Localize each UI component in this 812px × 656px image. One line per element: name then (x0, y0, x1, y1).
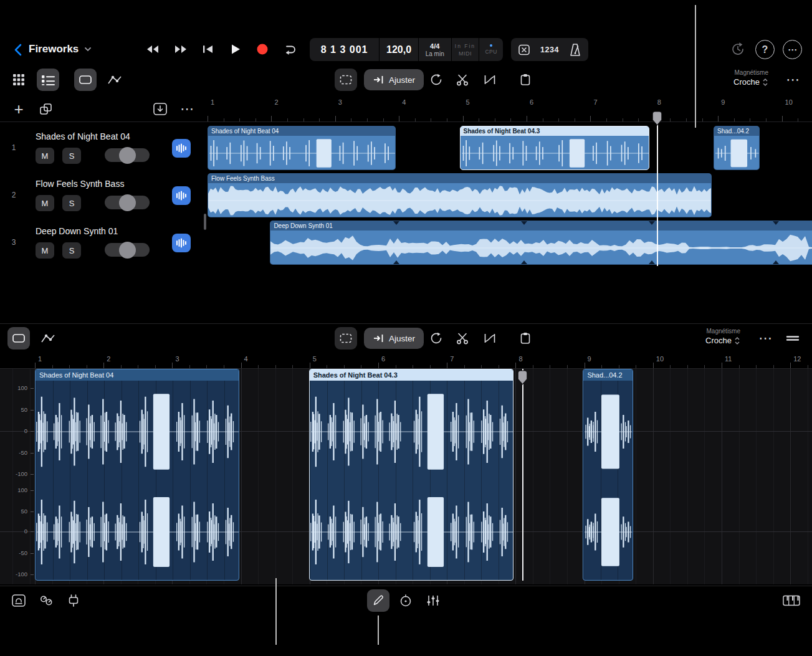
audio-editor[interactable]: 100500-50-100100500-50-100 Shades of Nig… (0, 369, 812, 584)
delete-recording-button[interactable] (512, 39, 536, 61)
browser-button[interactable] (7, 589, 30, 612)
region-name: Shades of Night Beat 04.3 (310, 369, 513, 381)
marquee-select-button[interactable] (335, 69, 357, 91)
track-header[interactable]: 1Shades of Night Beat 04MS (0, 125, 206, 171)
back-button[interactable] (7, 39, 30, 61)
editor-marquee-button[interactable] (335, 327, 357, 349)
editor-playhead-handle[interactable] (517, 370, 528, 385)
loop-button[interactable] (425, 69, 447, 91)
track-header[interactable]: 3Deep Down Synth 01MS (0, 219, 206, 266)
count-in-button[interactable]: 1234 (538, 39, 561, 61)
audio-waveform-button[interactable] (172, 186, 191, 205)
forward-button[interactable] (170, 38, 192, 60)
import-icon (153, 102, 168, 116)
play-button[interactable] (224, 38, 247, 60)
volume-knob[interactable] (119, 242, 136, 259)
project-title-menu[interactable]: Fireworks (29, 39, 92, 59)
rewind-button[interactable] (141, 38, 164, 60)
volume-knob[interactable] (119, 147, 136, 164)
more-button[interactable]: ⋯ (783, 40, 802, 59)
editor-split-button[interactable] (451, 327, 474, 349)
magnetism-control[interactable]: Magnétisme Croche (689, 69, 768, 87)
tracks-scrollbar[interactable] (204, 214, 206, 230)
editor-regions-button[interactable] (7, 327, 30, 349)
help-button[interactable]: ? (755, 40, 775, 59)
volume-slider[interactable] (105, 243, 150, 257)
fade-button[interactable] (479, 69, 501, 91)
solo-button[interactable]: S (62, 148, 81, 164)
undo-history-button[interactable] (727, 38, 749, 60)
library-grid-button[interactable] (7, 69, 30, 91)
toolbar-more-button[interactable]: ⋯ (781, 69, 804, 91)
metronome-button[interactable] (563, 39, 587, 61)
editor-more-button[interactable]: ⋯ (754, 327, 776, 349)
volume-slider[interactable] (105, 196, 150, 209)
editor-audio-region[interactable]: Shad...04.2 (583, 369, 633, 581)
playhead-position: 8 1 3 001 (310, 38, 379, 61)
play-icon (229, 43, 242, 55)
snap-button[interactable]: Ajuster (364, 69, 424, 90)
plugins-button[interactable] (35, 589, 57, 612)
solo-button[interactable]: S (62, 242, 81, 259)
track-name: Shades of Night Beat 04 (36, 131, 166, 141)
solo-button[interactable]: S (62, 195, 81, 211)
editor-audio-region[interactable]: Shades of Night Beat 04 (35, 369, 239, 581)
volume-slider[interactable] (105, 148, 150, 162)
track-header[interactable]: 2Flow Feels Synth BassMS (0, 172, 206, 219)
panel-resize-handle[interactable] (781, 327, 804, 349)
editor-playhead[interactable] (522, 369, 523, 581)
mute-button[interactable]: M (36, 148, 54, 164)
tracks-view-button[interactable] (37, 69, 59, 91)
audio-waveform-button[interactable] (172, 234, 191, 252)
audio-waveform-button[interactable] (172, 139, 191, 158)
mixer-button[interactable] (422, 589, 444, 612)
editor-fade-button[interactable] (479, 327, 501, 349)
timeline-bar-number: 8 (657, 98, 661, 106)
split-button[interactable] (451, 69, 474, 91)
tracks-area[interactable]: Shades of Night Beat 04Shades of Night B… (206, 122, 812, 267)
scale-tick (31, 574, 34, 575)
audio-region[interactable]: Flow Feels Synth Bass (208, 173, 712, 217)
timing-button[interactable] (394, 589, 417, 612)
automation-view-button[interactable] (103, 69, 126, 91)
go-to-start-button[interactable] (197, 38, 219, 60)
editor-magnetism-control[interactable]: Magnétisme Croche (661, 328, 740, 345)
editor-paste-button[interactable] (514, 327, 537, 349)
editor-loop-button[interactable] (425, 327, 447, 349)
paste-button[interactable] (514, 69, 537, 91)
track-more-button[interactable]: ⋯ (176, 98, 198, 120)
editor-bar-number: 4 (244, 355, 248, 363)
regions-view-button[interactable] (74, 69, 97, 91)
fast-forward-icon (173, 44, 188, 54)
audio-region[interactable]: Shades of Night Beat 04 (208, 126, 396, 170)
marquee-icon (340, 75, 352, 85)
editor-automation-button[interactable] (37, 327, 59, 349)
playhead[interactable] (657, 122, 658, 266)
editor-snap-button[interactable]: Ajuster (364, 328, 424, 349)
playhead-handle[interactable] (652, 111, 662, 126)
volume-knob[interactable] (119, 194, 136, 211)
lcd-display[interactable]: 8 1 3 001 120,0 4/4 La min In Fin MIDI C… (310, 38, 503, 61)
duplicate-track-button[interactable] (35, 98, 57, 120)
chevron-updown-icon (734, 336, 740, 345)
audio-region[interactable]: Shad...04.2 (714, 126, 760, 170)
keyboard-button[interactable] (779, 589, 804, 612)
loop-notch (649, 260, 655, 264)
mute-button[interactable]: M (36, 195, 54, 211)
amplitude-scale-label: 0 (2, 528, 27, 535)
amplitude-scale-label: -50 (2, 449, 27, 456)
mute-button[interactable]: M (36, 242, 54, 259)
cycle-button[interactable] (279, 38, 301, 60)
import-track-button[interactable] (149, 98, 171, 120)
editor-audio-region[interactable]: Shades of Night Beat 04.3 (309, 369, 513, 581)
pencil-tool-button[interactable] (367, 589, 389, 612)
input-settings-button[interactable] (62, 589, 85, 612)
amplitude-scale-label: 100 (2, 384, 27, 391)
record-button[interactable] (251, 38, 274, 60)
editor-ruler[interactable]: 123456789101112 (0, 353, 812, 369)
audio-region[interactable]: Deep Down Synth 01 (270, 221, 812, 265)
track-number: 3 (8, 238, 19, 247)
grid-icon (12, 74, 25, 86)
add-track-button[interactable]: + (7, 98, 30, 120)
audio-region[interactable]: Shades of Night Beat 04.3 (460, 126, 649, 170)
